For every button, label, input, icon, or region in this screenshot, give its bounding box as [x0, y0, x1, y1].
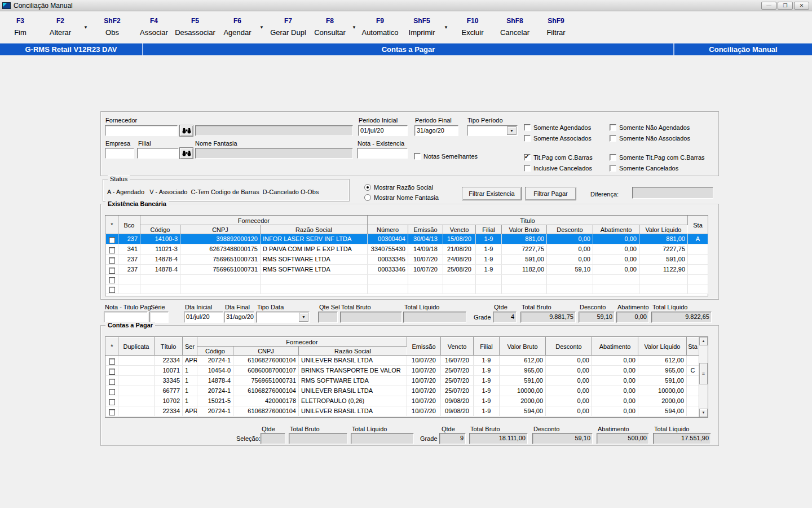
contas-grid: * Duplicata Título Ser Fornecedor Emissã… — [105, 336, 708, 418]
row-checkbox[interactable] — [109, 358, 115, 365]
table-row[interactable]: 34111021-362673488000175D PAIVA COM IMP … — [106, 244, 708, 255]
col-header-vencto: Vencto — [441, 338, 474, 356]
col-header-desconto: Desconto — [546, 338, 592, 356]
tipo-periodo-select[interactable] — [467, 125, 518, 136]
toolbar-item-filtrar[interactable]: ShF9Filtrar — [531, 17, 581, 37]
col-header-valor-bruto: Valor Bruto — [500, 338, 546, 356]
checkbox-somente-cancelados[interactable]: Somente Cancelados — [610, 164, 678, 172]
checkbox-box[interactable] — [610, 154, 616, 161]
row-checkbox[interactable] — [109, 287, 115, 293]
radio-button[interactable] — [364, 194, 371, 201]
filtrar-pagar-button[interactable]: Filtrar Pagar — [525, 187, 576, 200]
cell-filial — [476, 284, 502, 294]
table-row[interactable]: 10702115021-5420000178ELETROPAULO (0,26)… — [106, 396, 699, 406]
row-checkbox[interactable] — [109, 379, 115, 385]
row-checkbox[interactable] — [109, 247, 115, 253]
radio-mostrar-razao-social[interactable]: Mostrar Razão Social — [364, 183, 433, 191]
checkbox-box[interactable] — [610, 165, 616, 172]
row-checkbox[interactable] — [109, 409, 115, 415]
cell-duplicata — [118, 356, 155, 366]
checkbox-box[interactable] — [524, 165, 531, 172]
chevron-down-icon[interactable] — [507, 126, 517, 135]
checkbox-somente-nao-associados[interactable]: Somente Não Associados — [610, 134, 690, 142]
empresa-input[interactable] — [105, 148, 134, 159]
checkbox-somente-nao-agendados[interactable]: Somente Não Agendados — [610, 124, 690, 131]
checkbox-inclusive-cancelados[interactable]: Inclusive Cancelados — [524, 164, 592, 172]
cell-desconto: 0,00 — [546, 386, 592, 396]
row-checkbox[interactable] — [109, 237, 115, 243]
cell-abatimento — [593, 284, 639, 294]
fornecedor-input[interactable] — [105, 125, 178, 136]
chevron-down-icon[interactable] — [299, 313, 308, 322]
checkbox-box[interactable] — [524, 124, 531, 131]
table-row[interactable]: 22334APR20724-161068276000104UNILEVER BR… — [106, 406, 699, 417]
tipo-data-select[interactable] — [256, 312, 310, 323]
row-checkbox[interactable] — [109, 257, 115, 264]
checkbox-somente-agendados[interactable]: Somente Agendados — [524, 124, 591, 131]
col-header-sta: Sta — [688, 216, 708, 234]
table-row[interactable]: 22334APR20724-161068276000104UNILEVER BR… — [106, 356, 699, 366]
checkbox-box[interactable] — [524, 135, 531, 142]
radio-mostrar-nome-fantasia[interactable]: Mostrar Nome Fantasia — [364, 194, 439, 201]
serie-input[interactable] — [149, 312, 169, 323]
checkbox-box[interactable] — [524, 154, 531, 161]
toolbar-item-agendar[interactable]: F6Agendar — [212, 17, 263, 37]
checkbox-box[interactable] — [414, 153, 421, 160]
cell-duplicata — [118, 396, 155, 406]
toolbar-item-imprimir[interactable]: ShF5Imprimir — [396, 17, 447, 37]
fornecedor-search-button[interactable] — [179, 125, 193, 137]
table-row[interactable]: 23714878-47569651000731RMS SOFTWARE LTDA… — [106, 265, 708, 275]
scroll-down-icon[interactable] — [699, 409, 708, 417]
row-checkbox[interactable] — [109, 369, 115, 375]
checkbox-titpag-cbarras[interactable]: Tit.Pag com C.Barras — [524, 154, 593, 161]
table-row[interactable] — [106, 284, 708, 294]
checkbox-notas-semelhantes[interactable]: Notas Semelhantes — [414, 152, 478, 160]
cell-codigo: 20724-1 — [197, 406, 233, 417]
dta-final-input[interactable]: 31/ago/20 — [224, 312, 254, 323]
periodo-inicial-input[interactable]: 01/jul/20 — [358, 125, 408, 136]
checkbox-somente-titpag-cbarras[interactable]: Somente Tit.Pag com C.Barras — [610, 154, 705, 161]
cell-filial: 1-9 — [476, 234, 502, 244]
table-row[interactable]: 66777120724-161068276000104UNILEVER BRAS… — [106, 386, 699, 396]
vertical-scrollbar[interactable] — [699, 337, 708, 417]
checkbox-somente-associados[interactable]: Somente Associados — [524, 134, 592, 142]
checkbox-box[interactable] — [610, 135, 616, 142]
diferenca-label: Diferença: — [590, 191, 619, 198]
close-icon[interactable]: ✕ — [794, 2, 809, 10]
table-row[interactable]: 23714100-3398892000120INFOR LASER SERV I… — [106, 234, 708, 244]
periodo-final-input[interactable]: 31/ago/20 — [414, 125, 458, 136]
toolbar-item-alterar[interactable]: F2Alterar — [35, 17, 86, 37]
table-row[interactable]: 10071110454-060860087000107BRINKS TRANSP… — [106, 366, 699, 376]
row-checkbox[interactable] — [109, 268, 115, 274]
checkbox-box[interactable] — [610, 124, 616, 131]
radio-button[interactable] — [364, 184, 371, 191]
filial-search-button[interactable] — [179, 147, 193, 159]
existencia-desconto-label: Desconto — [580, 304, 606, 311]
row-checkbox[interactable] — [109, 399, 115, 405]
filtrar-existencia-button[interactable]: Filtrar Existencia — [462, 187, 522, 200]
cell-liquido: 881,00 — [639, 234, 688, 244]
nota-titulo-pag-input[interactable] — [104, 312, 148, 323]
table-row[interactable] — [106, 275, 708, 284]
cell-bco — [118, 284, 140, 294]
nota-existencia-input[interactable] — [357, 148, 408, 159]
row-checkbox[interactable] — [109, 277, 115, 283]
cell-ser: APR — [183, 356, 197, 366]
periodo-inicial-label: Periodo Inicial — [359, 117, 398, 124]
dta-inicial-input[interactable]: 01/jul/20 — [184, 312, 223, 323]
cell-desconto: 59,10 — [547, 265, 593, 275]
scroll-up-icon[interactable] — [699, 337, 708, 345]
toolbar-item-consultar[interactable]: F8Consultar — [304, 17, 355, 37]
filial-input[interactable] — [137, 148, 179, 159]
table-row[interactable]: 23714878-47569651000731RMS SOFTWARE LTDA… — [106, 255, 708, 265]
cell-ser: 1 — [183, 396, 197, 406]
cell-sta: A — [688, 234, 708, 244]
scrollbar-thumb[interactable] — [699, 363, 708, 384]
existencia-total-bruto-label: Total Bruto — [522, 304, 551, 311]
table-row[interactable]: 33345114878-47569651000731RMS SOFTWARE L… — [106, 376, 699, 386]
selecao-label: Seleção: — [236, 435, 261, 443]
col-header-cnpj: CNPJ — [233, 347, 299, 356]
row-checkbox[interactable] — [109, 389, 115, 395]
minimize-icon[interactable]: — — [761, 2, 776, 10]
maximize-icon[interactable]: ❐ — [778, 2, 793, 10]
